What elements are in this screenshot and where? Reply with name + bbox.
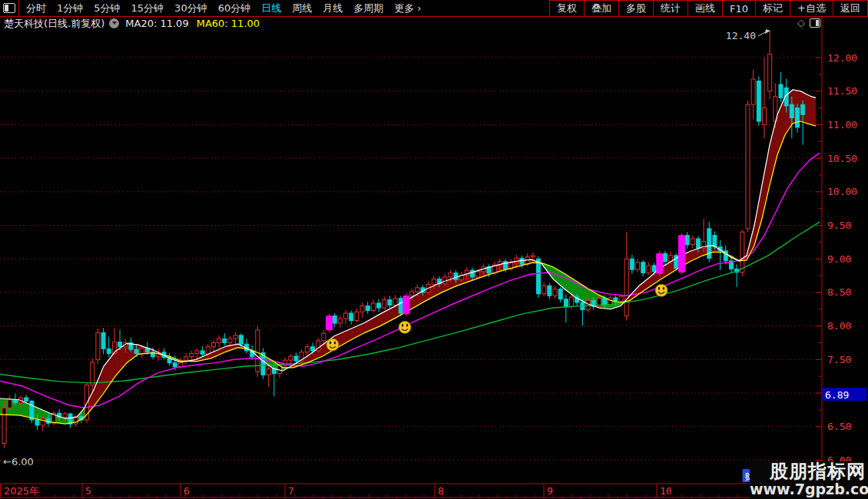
svg-text:9: 9: [547, 485, 553, 497]
svg-text:9.50: 9.50: [827, 220, 851, 231]
svg-text:8: 8: [438, 485, 444, 497]
info-bar: 楚天科技(日线.前复权) MA20: 11.09 MA60: 11.00 ◇: [0, 17, 868, 30]
top-right-item-4[interactable]: 画线: [687, 1, 722, 17]
watermark-url: www.7gpzb.com: [750, 481, 866, 497]
svg-text:10.50: 10.50: [827, 153, 857, 164]
watermark-site-name: 股朋指标网: [750, 461, 866, 481]
smiley-signal-icon: [399, 321, 411, 333]
top-right-item-6[interactable]: 标记: [755, 1, 790, 17]
alert-line-label: ←6.00: [3, 456, 34, 468]
top-menu-item-2[interactable]: 5分钟: [90, 2, 124, 15]
top-menu-item-8[interactable]: 月线: [319, 2, 346, 15]
panel-left-icon: [3, 3, 15, 13]
annotations: 12.40←6.006.89财: [3, 29, 867, 482]
svg-text:5: 5: [85, 485, 91, 497]
top-menu-bar: 分时1分钟5分钟15分钟30分钟60分钟日线周线月线多周期更多 › 复权叠加多股…: [0, 0, 868, 17]
gridlines: [0, 58, 820, 460]
top-right-item-7[interactable]: +自选: [790, 1, 833, 17]
svg-text:6.50: 6.50: [827, 421, 851, 432]
smiley-signal-icon: [655, 284, 668, 296]
top-menu-item-6[interactable]: 日线: [257, 2, 285, 15]
svg-text:12.00: 12.00: [827, 52, 857, 64]
top-menu-item-10[interactable]: 更多 ›: [390, 2, 425, 15]
svg-text:10.00: 10.00: [827, 186, 857, 197]
period-menu: 分时1分钟5分钟15分钟30分钟60分钟日线周线月线多周期更多 ›: [21, 2, 427, 15]
svg-text:7.50: 7.50: [827, 354, 851, 365]
top-menu-item-5[interactable]: 60分钟: [214, 2, 255, 15]
top-menu-item-3[interactable]: 15分钟: [128, 2, 168, 15]
date-axis: 2025年5678910: [0, 484, 868, 499]
ma-band: [0, 90, 816, 424]
svg-text:8.00: 8.00: [827, 320, 851, 332]
tools-menu: 复权叠加多股统计画线F10标记+自选返回: [549, 0, 868, 17]
ma60-value: MA60: 11.00: [197, 18, 260, 29]
chevron-down-icon[interactable]: [109, 18, 119, 28]
svg-text:8.50: 8.50: [827, 286, 851, 298]
top-right-item-2[interactable]: 多股: [618, 1, 653, 17]
top-menu-item-0[interactable]: 分时: [22, 2, 50, 15]
svg-text:10: 10: [660, 485, 672, 497]
svg-text:6.89: 6.89: [825, 389, 849, 401]
stock-title: 楚天科技(日线.前复权): [4, 17, 104, 31]
svg-text:11.50: 11.50: [827, 85, 857, 97]
top-right-item-1[interactable]: 叠加: [584, 1, 618, 17]
top-right-item-0[interactable]: 复权: [549, 1, 584, 17]
top-right-item-5[interactable]: F10: [722, 1, 755, 17]
ma20-value: MA20: 11.09: [125, 18, 188, 29]
top-menu-item-9[interactable]: 多周期: [350, 2, 387, 15]
diamond-icon[interactable]: ◇: [797, 18, 805, 28]
watermark: 股朋指标网 www.7gpzb.com: [750, 461, 868, 499]
svg-text:2025年: 2025年: [4, 485, 39, 497]
top-right-item-8[interactable]: 返回: [833, 1, 868, 17]
panel-right-icon[interactable]: [810, 18, 820, 28]
svg-text:11.00: 11.00: [827, 119, 857, 131]
svg-text:7: 7: [288, 485, 294, 497]
top-menu-item-4[interactable]: 30分钟: [171, 2, 211, 15]
peak-price-label: 12.40: [726, 30, 756, 41]
chart-canvas[interactable]: 12.0011.5011.0010.5010.009.509.008.508.0…: [0, 0, 868, 499]
top-menu-item-7[interactable]: 周线: [288, 2, 316, 15]
smiley-signal-icon: [326, 339, 339, 351]
app-window: 12.0011.5011.0010.5010.009.509.008.508.0…: [0, 0, 868, 499]
top-right-item-3[interactable]: 统计: [653, 1, 687, 17]
price-axis: 12.0011.5011.0010.5010.009.509.008.508.0…: [816, 17, 857, 484]
window-layout-button[interactable]: [0, 0, 19, 16]
svg-text:9.00: 9.00: [827, 253, 851, 265]
top-menu-item-1[interactable]: 1分钟: [53, 2, 87, 15]
